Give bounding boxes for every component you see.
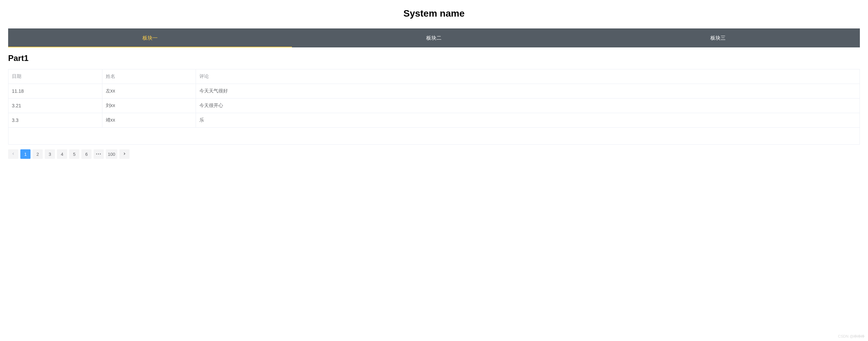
tab-section-2[interactable]: 板块二 (292, 28, 576, 47)
cell-comment: 今天很开心 (196, 99, 860, 113)
pagination: 1 2 3 4 5 6 ··· 100 (8, 149, 860, 166)
chevron-right-icon (122, 152, 126, 157)
pagination-page-2[interactable]: 2 (33, 149, 43, 159)
cell-name: 左xx (102, 84, 196, 99)
cell-name: 靖xx (102, 113, 196, 128)
pagination-ellipsis[interactable]: ··· (94, 149, 104, 159)
data-table: 日期 姓名 评论 11.18 左xx 今天天气很好 3.21 刘xx 今天很开心… (8, 69, 860, 145)
cell-comment: 乐 (196, 113, 860, 128)
pagination-page-6[interactable]: 6 (81, 149, 92, 159)
cell-date: 3.3 (8, 113, 102, 128)
pagination-page-5[interactable]: 5 (69, 149, 79, 159)
pagination-page-last[interactable]: 100 (106, 149, 117, 159)
cell-comment: 今天天气很好 (196, 84, 860, 99)
cell-date: 3.21 (8, 99, 102, 113)
table-header-name: 姓名 (102, 69, 196, 84)
tab-section-3[interactable]: 板块三 (576, 28, 860, 47)
pagination-prev-button[interactable] (8, 149, 18, 159)
tab-section-1[interactable]: 板块一 (8, 28, 292, 47)
cell-name: 刘xx (102, 99, 196, 113)
section-title: Part1 (8, 54, 860, 63)
tabs-nav: 板块一 板块二 板块三 (8, 28, 860, 47)
chevron-left-icon (11, 152, 15, 157)
system-title: System name (8, 8, 860, 19)
pagination-page-1[interactable]: 1 (20, 149, 31, 159)
pagination-page-4[interactable]: 4 (57, 149, 67, 159)
table-row: 11.18 左xx 今天天气很好 (8, 84, 860, 99)
table-bottom-space (8, 128, 860, 145)
pagination-page-3[interactable]: 3 (45, 149, 55, 159)
table-row: 3.3 靖xx 乐 (8, 113, 860, 128)
table-header-row: 日期 姓名 评论 (8, 69, 860, 84)
cell-date: 11.18 (8, 84, 102, 99)
pagination-next-button[interactable] (119, 149, 130, 159)
table-row: 3.21 刘xx 今天很开心 (8, 99, 860, 113)
table-header-comment: 评论 (196, 69, 860, 84)
table-header-date: 日期 (8, 69, 102, 84)
